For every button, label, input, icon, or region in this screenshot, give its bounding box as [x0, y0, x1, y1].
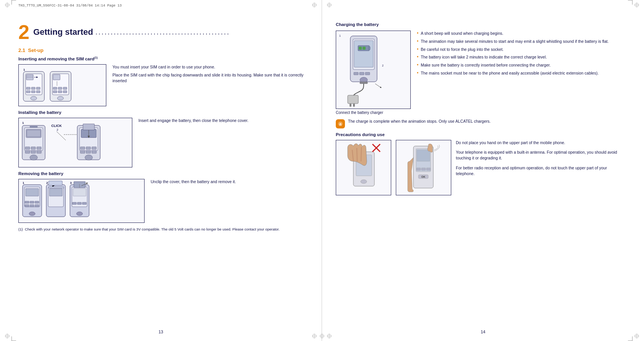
- svg-rect-98: [369, 47, 370, 50]
- svg-rect-47: [83, 124, 94, 130]
- reg-mark-p14-tl: [327, 2, 332, 8]
- svg-rect-36: [37, 147, 41, 149]
- svg-rect-59: [25, 201, 29, 203]
- svg-rect-35: [31, 147, 36, 149]
- battery-remove-image: 1 2: [18, 179, 145, 223]
- precautions-text-container: Do not place you hand on the upper part …: [456, 140, 626, 177]
- battery-install-row: 1: [18, 118, 308, 167]
- svg-line-117: [361, 147, 361, 161]
- charging-svg: 1: [337, 32, 410, 108]
- svg-rect-21: [53, 75, 60, 80]
- svg-rect-40: [30, 126, 37, 127]
- svg-rect-125: [416, 168, 421, 170]
- reg-mark-bl: [5, 333, 10, 339]
- svg-rect-64: [35, 205, 39, 207]
- reg-mark-p14-tr: [634, 2, 639, 8]
- svg-rect-25: [63, 87, 67, 89]
- footnote-text: Check with your network operator to make…: [25, 227, 280, 231]
- svg-rect-108: [353, 104, 355, 107]
- bullet-item-5: Make sure the battery is correctly inser…: [417, 62, 626, 68]
- svg-text:1: 1: [23, 68, 25, 71]
- svg-rect-9: [26, 75, 33, 80]
- precaution-svg-1: [336, 140, 391, 195]
- reg-mark-br: [312, 333, 317, 339]
- sim-text-1: You must insert your SIM card in order t…: [112, 64, 308, 70]
- footnote: (1) Check with your network operator to …: [18, 227, 308, 232]
- sim-title: Inserting and removing the SIM card: [18, 57, 94, 61]
- svg-text:a: a: [339, 122, 342, 126]
- crop-br-v: [632, 336, 633, 341]
- svg-point-22: [57, 96, 63, 100]
- svg-point-41: [30, 155, 37, 160]
- svg-rect-33: [27, 130, 41, 137]
- precaution-image-2: OK: [396, 140, 451, 195]
- crop-mark-tl-h: [11, 0, 16, 0]
- crop-mark-tl-v: [11, 0, 12, 5]
- svg-rect-69: [49, 188, 62, 196]
- svg-rect-28: [63, 91, 67, 93]
- crop-tr-v: [632, 0, 633, 5]
- manual-spread: TH3_TTTO_UM_556FCC-31-08-04 31/08/04 14:…: [0, 0, 644, 341]
- info-text: The charge is complete when the animatio…: [348, 119, 491, 124]
- precaution-text-3: For better radio reception and optimum o…: [456, 165, 626, 177]
- svg-rect-99: [359, 47, 362, 50]
- sim-footnote-marker: (1): [94, 56, 98, 59]
- svg-rect-50: [92, 147, 96, 149]
- svg-rect-126: [421, 168, 426, 170]
- svg-rect-100: [363, 47, 366, 50]
- reg-mark-center-b: [319, 333, 325, 339]
- svg-rect-71: [49, 181, 62, 185]
- svg-rect-49: [86, 147, 91, 149]
- alcatel-icon: a: [336, 119, 345, 128]
- sim-section-header: Inserting and removing the SIM card(1): [18, 56, 308, 61]
- svg-text:3: 3: [70, 181, 72, 185]
- svg-line-116: [357, 148, 357, 161]
- svg-rect-58: [26, 188, 39, 196]
- svg-rect-15: [36, 87, 40, 89]
- sim-text-2: Place the SIM card with the chip facing …: [112, 72, 308, 84]
- svg-rect-102: [359, 72, 364, 75]
- charging-title: Charging the battery: [336, 22, 626, 27]
- reg-mark-p14-bl: [327, 333, 332, 339]
- page-13: TH3_TTTO_UM_556FCC-31-08-04 31/08/04 14:…: [0, 0, 322, 341]
- svg-rect-24: [58, 87, 62, 89]
- svg-rect-52: [86, 151, 91, 153]
- svg-rect-96: [354, 41, 373, 67]
- svg-rect-18: [36, 91, 40, 93]
- svg-rect-78: [77, 202, 81, 205]
- svg-point-80: [76, 212, 83, 216]
- svg-rect-70: [49, 187, 64, 188]
- battery-install-header: Installing the battery: [18, 110, 308, 115]
- page-number-14: 14: [481, 330, 485, 334]
- svg-rect-106: [348, 95, 358, 104]
- svg-rect-53: [92, 151, 96, 153]
- svg-rect-63: [30, 205, 34, 207]
- svg-point-114: [361, 180, 367, 183]
- page-14: Charging the battery 1: [322, 0, 644, 341]
- svg-rect-62: [25, 205, 29, 207]
- bullet-item-1: A short beep will sound when charging be…: [417, 31, 626, 37]
- svg-text:2: 2: [46, 181, 48, 185]
- svg-rect-27: [58, 91, 62, 93]
- precaution-svg-2: OK: [396, 140, 451, 195]
- alcatel-logo-icon: a: [337, 121, 343, 127]
- battery-remove-row: 1 2: [18, 179, 308, 223]
- bullet-item-2: The animation may take several minutes t…: [417, 39, 626, 45]
- precautions-content: OK Do no: [336, 140, 626, 195]
- svg-rect-13: [26, 87, 30, 89]
- chapter-number: 2: [18, 22, 29, 42]
- sim-text: You must insert your SIM card in order t…: [112, 64, 308, 86]
- svg-text:CLICK: CLICK: [51, 124, 62, 128]
- chapter-dots: ........................................…: [95, 28, 230, 36]
- battery-install-image: 1: [18, 118, 132, 167]
- charging-bullet-list: A short beep will sound when charging be…: [417, 31, 626, 76]
- section-21-label: 2.1: [18, 47, 25, 53]
- svg-rect-14: [31, 87, 35, 89]
- svg-text:2: 2: [382, 64, 384, 67]
- file-header: TH3_TTTO_UM_556FCC-31-08-04 31/08/04 14:…: [18, 4, 122, 8]
- precautions-header: Precautions during use: [336, 132, 626, 137]
- svg-text:OK: OK: [421, 175, 426, 178]
- page-number-13: 13: [158, 330, 163, 334]
- battery-install-paragraph: Insert and engage the battery, then clos…: [138, 118, 308, 123]
- sim-content-row: 1: [18, 64, 308, 106]
